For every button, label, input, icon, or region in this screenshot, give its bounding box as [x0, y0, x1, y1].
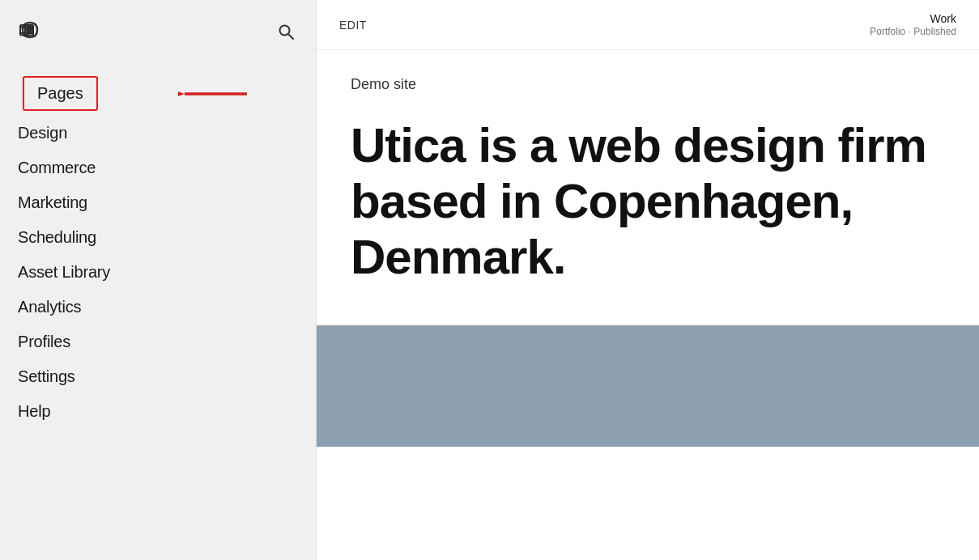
topbar: EDIT Work Portfolio · Published: [317, 0, 979, 50]
demo-site-label: Demo site: [317, 50, 979, 109]
arrow-icon: [178, 81, 251, 107]
svg-line-6: [288, 34, 293, 39]
sidebar-item-settings[interactable]: Settings: [0, 359, 316, 394]
topbar-page-subtitle: Portfolio · Published: [870, 26, 956, 37]
sidebar-item-pages[interactable]: Pages: [23, 76, 98, 111]
sidebar-item-commerce[interactable]: Commerce: [0, 151, 316, 185]
sidebar-item-asset-library[interactable]: Asset Library: [0, 255, 316, 290]
blue-section-block: [317, 325, 979, 447]
sidebar-item-scheduling[interactable]: Scheduling: [0, 220, 316, 255]
sidebar-item-design[interactable]: Design: [0, 116, 316, 151]
topbar-page-info: Work Portfolio · Published: [870, 12, 956, 37]
sidebar-item-profiles[interactable]: Profiles: [0, 325, 316, 359]
topbar-page-title: Work: [870, 12, 956, 25]
pages-arrow-indicator: [178, 81, 251, 107]
sidebar: Pages Design Commerce Marketing Sc: [0, 0, 316, 560]
edit-label: EDIT: [339, 19, 367, 32]
page-content-area: Demo site Utica is a web design firm bas…: [317, 50, 979, 560]
sidebar-item-analytics[interactable]: Analytics: [0, 290, 316, 325]
main-content: EDIT Work Portfolio · Published Demo sit…: [316, 0, 979, 560]
sidebar-item-marketing[interactable]: Marketing: [0, 185, 316, 220]
search-icon: [277, 23, 295, 40]
nav-pages-row: Pages: [0, 71, 316, 116]
sidebar-item-help[interactable]: Help: [0, 394, 316, 429]
squarespace-logo[interactable]: [15, 15, 45, 49]
sidebar-header: [0, 0, 316, 63]
search-button[interactable]: [274, 19, 298, 44]
hero-heading: Utica is a web design firm based in Cope…: [317, 109, 979, 317]
sidebar-nav: Pages Design Commerce Marketing Sc: [0, 63, 316, 560]
